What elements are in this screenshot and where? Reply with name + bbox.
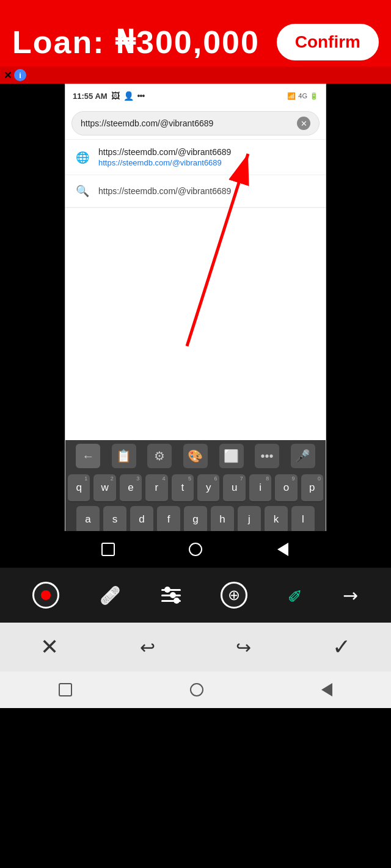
address-clear-button[interactable]: ✕ bbox=[297, 117, 310, 130]
network-type: 4G bbox=[298, 92, 307, 99]
suggestion-text-search: https://steemdb.com/@vibrant6689 bbox=[98, 186, 231, 196]
toolbar-back-button[interactable]: ← bbox=[76, 444, 100, 468]
nav-back-button[interactable] bbox=[268, 534, 298, 565]
arrow-button[interactable]: ↗ bbox=[338, 582, 364, 608]
key-d[interactable]: d bbox=[130, 506, 153, 534]
nav-square-button[interactable] bbox=[93, 534, 123, 565]
toolbar-clipboard-button[interactable]: 📋 bbox=[112, 444, 136, 468]
content-area bbox=[65, 208, 326, 440]
phone-screen: 11:55 AM 🖼 👤 ••• 📶 4G 🔋 https://steemdb.… bbox=[65, 84, 326, 607]
sliders-button[interactable] bbox=[161, 589, 181, 602]
annotation-toolbar: 🩹 ⊕ ✏ ↗ bbox=[0, 568, 391, 623]
ad-loan-text: Loan: ₦300,000 bbox=[12, 24, 260, 60]
ad-confirm-button[interactable]: Confirm bbox=[277, 24, 379, 60]
nav-home-button[interactable] bbox=[180, 534, 211, 565]
suggestion-search-text: https://steemdb.com/@vibrant6689 bbox=[98, 186, 231, 196]
key-row-1: 1q 2w 3e 4r 5t 6y 7u 8i 9o 0p bbox=[68, 474, 323, 502]
suggestion-text-globe: https://steemdb.com/@vibrant6689 https:/… bbox=[98, 147, 231, 167]
address-bar-container[interactable]: https://steemdb.com/@vibrant6689 ✕ bbox=[65, 107, 326, 140]
sys-back-button[interactable] bbox=[321, 683, 332, 696]
key-t[interactable]: 5t bbox=[172, 474, 194, 502]
toolbar-palette-button[interactable]: 🎨 bbox=[183, 444, 208, 468]
address-bar[interactable]: https://steemdb.com/@vibrant6689 ✕ bbox=[71, 111, 320, 136]
key-k[interactable]: k bbox=[265, 506, 288, 534]
key-f[interactable]: f bbox=[157, 506, 180, 534]
key-row-2: a s d f g h j k l bbox=[68, 506, 323, 534]
toolbar-screenshot-button[interactable]: ⬜ bbox=[219, 444, 244, 468]
ad-info-icon[interactable]: i bbox=[14, 69, 26, 81]
suggestion-main-globe: https://steemdb.com/@vibrant6689 bbox=[98, 147, 231, 157]
sys-square-button[interactable] bbox=[59, 683, 72, 696]
key-q[interactable]: 1q bbox=[68, 474, 90, 502]
ad-close-bar: ✕ i bbox=[0, 67, 391, 84]
key-g[interactable]: g bbox=[184, 506, 207, 534]
action-redo-button[interactable]: ↪ bbox=[236, 637, 251, 658]
battery-icon: 🔋 bbox=[310, 92, 318, 100]
toolbar-mic-button[interactable]: 🎤 bbox=[291, 444, 315, 468]
bottom-black bbox=[0, 708, 391, 868]
system-nav bbox=[0, 671, 391, 708]
key-i[interactable]: 8i bbox=[249, 474, 271, 502]
suggestion-item-search[interactable]: 🔍 https://steemdb.com/@vibrant6689 bbox=[65, 175, 326, 208]
action-confirm-button[interactable]: ✓ bbox=[332, 634, 351, 660]
key-p[interactable]: 0p bbox=[301, 474, 323, 502]
status-user-icon: 👤 bbox=[123, 91, 134, 101]
key-l[interactable]: l bbox=[291, 506, 315, 534]
key-s[interactable]: s bbox=[103, 506, 126, 534]
eraser-button[interactable]: 🩹 bbox=[100, 585, 121, 606]
action-close-button[interactable]: ✕ bbox=[40, 634, 59, 660]
ad-banner: Loan: ₦300,000 Confirm ✕ i bbox=[0, 0, 391, 84]
key-w[interactable]: 2w bbox=[93, 474, 115, 502]
action-undo-button[interactable]: ↩ bbox=[140, 637, 155, 658]
key-y[interactable]: 6y bbox=[197, 474, 219, 502]
status-left: 11:55 AM 🖼 👤 ••• bbox=[73, 91, 144, 101]
key-h[interactable]: h bbox=[211, 506, 234, 534]
record-button[interactable] bbox=[32, 582, 59, 609]
key-e[interactable]: 3e bbox=[120, 474, 142, 502]
signal-icon: 📶 bbox=[287, 92, 296, 100]
key-j[interactable]: j bbox=[238, 506, 261, 534]
nav-bar bbox=[65, 531, 326, 568]
suggestions-dropdown: 🌐 https://steemdb.com/@vibrant6689 https… bbox=[65, 140, 326, 208]
suggestion-item-globe[interactable]: 🌐 https://steemdb.com/@vibrant6689 https… bbox=[65, 140, 326, 175]
pen-button[interactable]: ✏ bbox=[283, 582, 309, 608]
globe-icon: 🌐 bbox=[74, 149, 91, 166]
status-photo-icon: 🖼 bbox=[111, 91, 120, 101]
status-bar: 11:55 AM 🖼 👤 ••• 📶 4G 🔋 bbox=[65, 84, 326, 107]
phone-nav-bar bbox=[65, 531, 326, 568]
key-u[interactable]: 7u bbox=[223, 474, 245, 502]
key-o[interactable]: 9o bbox=[275, 474, 297, 502]
status-time: 11:55 AM bbox=[73, 92, 108, 101]
status-right: 📶 4G 🔋 bbox=[287, 92, 318, 100]
keyboard-toolbar: ← 📋 ⚙ 🎨 ⬜ ••• 🎤 bbox=[65, 440, 326, 472]
sys-home-button[interactable] bbox=[190, 683, 203, 696]
ad-close-icon[interactable]: ✕ bbox=[4, 70, 12, 81]
action-bar: ✕ ↩ ↪ ✓ bbox=[0, 623, 391, 671]
search-icon: 🔍 bbox=[74, 183, 91, 200]
url-text[interactable]: https://steemdb.com/@vibrant6689 bbox=[81, 118, 297, 128]
key-r[interactable]: 4r bbox=[145, 474, 167, 502]
toolbar-more-button[interactable]: ••• bbox=[255, 444, 279, 468]
toolbar-settings-button[interactable]: ⚙ bbox=[147, 444, 172, 468]
status-dots-icon: ••• bbox=[137, 91, 145, 101]
suggestion-sub-globe: https://steemdb.com/@vibrant6689 bbox=[98, 158, 231, 167]
key-a[interactable]: a bbox=[76, 506, 100, 534]
zoom-button[interactable]: ⊕ bbox=[221, 582, 247, 609]
